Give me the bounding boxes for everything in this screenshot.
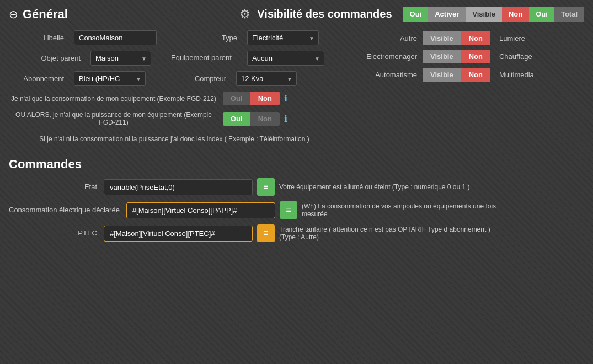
cmd-ptec-label: PTEC <box>9 228 97 238</box>
vis-btn-non1[interactable]: Non <box>502 7 529 22</box>
vis-btn-visible[interactable]: Visible <box>466 7 502 22</box>
equipement-parent-label: Equipement parent <box>165 53 237 63</box>
page-title: Général <box>23 7 68 22</box>
compteur-select[interactable]: 12 Kva 6 Kva 9 Kva <box>236 71 297 86</box>
puissance-label: OU ALORS, je n'ai que la puissance de mo… <box>9 111 218 126</box>
objet-parent-select-wrapper: Maison Bureau Autre <box>90 51 151 66</box>
vis-electro-visible-btn[interactable]: Visible <box>423 50 461 63</box>
vis-auto-non-btn[interactable]: Non <box>461 68 490 82</box>
settings-icon[interactable]: ⚙ <box>239 7 250 22</box>
libelle-label: Libelle <box>9 34 64 42</box>
vis-autre-buttons: Visible Non <box>423 31 490 45</box>
vis-row-autre: Autre Visible Non Lumière <box>351 31 584 45</box>
vis-btn-oui2[interactable]: Oui <box>529 7 554 22</box>
commandes-title: Commandes <box>9 157 584 172</box>
vis-auto-extra: Multimedia <box>499 71 534 79</box>
back-icon[interactable]: ⊖ <box>9 8 18 21</box>
abonnement-select-wrapper: Bleu (HP/HC Base Autre <box>74 71 146 86</box>
consommation-toggle: Oui Non <box>223 92 280 105</box>
visibility-top-buttons: Oui Activer Visible Non Oui Total <box>403 7 584 22</box>
cmd-etat-input[interactable] <box>104 179 253 195</box>
visibility-title: Visibilité des commandes <box>257 8 392 20</box>
objet-parent-select[interactable]: Maison Bureau Autre <box>90 51 151 66</box>
vis-btn-total[interactable]: Total <box>554 7 584 22</box>
cmd-row-ptec: PTEC ≡ Tranche tarifaire ( attention ce … <box>9 224 584 242</box>
vis-electro-label: Electromenager <box>351 52 417 61</box>
compteur-label: Compteur <box>171 74 226 83</box>
vis-electro-buttons: Visible Non <box>423 50 490 63</box>
vis-autre-label: Autre <box>351 34 417 42</box>
vis-auto-visible-btn[interactable]: Visible <box>423 68 461 82</box>
cmd-row-conso: Consommation électrique déclarée ≡ (Wh) … <box>9 201 584 219</box>
cmd-ptec-desc: Tranche tarifaire ( attention ce n est p… <box>279 226 500 241</box>
vis-row-electromenager: Electromenager Visible Non Chauffage <box>351 50 584 63</box>
abonnement-select[interactable]: Bleu (HP/HC Base Autre <box>74 71 146 86</box>
cmd-etat-icon-btn[interactable]: ≡ <box>257 178 275 196</box>
vis-btn-activer[interactable]: Activer <box>428 7 466 22</box>
abonnement-label: Abonnement <box>9 74 64 83</box>
vis-autre-visible-btn[interactable]: Visible <box>423 31 461 45</box>
vis-btn-oui1[interactable]: Oui <box>403 7 429 22</box>
puissance-non-btn[interactable]: Non <box>250 112 280 126</box>
vis-auto-buttons: Visible Non <box>423 68 490 82</box>
consommation-label: Je n'ai que la consommation de mon equip… <box>9 95 218 103</box>
index-note: Si je n'ai ni la consommation ni la puis… <box>9 134 334 144</box>
type-select-wrapper: Electricité Eau Gaz <box>247 30 319 45</box>
equipement-parent-select-wrapper: Aucun Autre <box>247 51 324 66</box>
cmd-ptec-icon-btn[interactable]: ≡ <box>257 224 275 242</box>
vis-auto-label: Automatisme <box>351 71 417 79</box>
cmd-conso-desc: (Wh) La consommation de vos ampoules ou … <box>302 202 522 218</box>
type-select[interactable]: Electricité Eau Gaz <box>247 30 319 45</box>
cmd-ptec-input[interactable] <box>104 226 253 242</box>
objet-parent-label: Objet parent <box>9 54 81 62</box>
cmd-conso-input[interactable] <box>126 202 275 218</box>
puissance-info-icon[interactable]: ℹ <box>284 114 287 124</box>
type-label: Type <box>182 34 237 42</box>
vis-electro-non-btn[interactable]: Non <box>461 50 490 63</box>
puissance-toggle: Oui Non <box>223 112 280 126</box>
vis-autre-non-btn[interactable]: Non <box>461 31 490 45</box>
equipement-parent-select[interactable]: Aucun Autre <box>247 51 324 66</box>
consommation-oui-btn[interactable]: Oui <box>223 92 250 105</box>
consommation-info-icon[interactable]: ℹ <box>284 93 287 104</box>
vis-autre-extra: Lumière <box>499 34 525 42</box>
cmd-row-etat: Etat ≡ Votre équipement est allumé ou ét… <box>9 178 584 196</box>
vis-row-automatisme: Automatisme Visible Non Multimedia <box>351 68 584 82</box>
cmd-conso-label: Consommation électrique déclarée <box>9 205 120 215</box>
vis-electro-extra: Chauffage <box>499 52 532 61</box>
cmd-etat-label: Etat <box>9 182 97 192</box>
cmd-etat-desc: Votre équipement est allumé ou éteint (T… <box>279 183 470 191</box>
consommation-non-btn[interactable]: Non <box>250 92 280 105</box>
puissance-oui-btn[interactable]: Oui <box>223 112 250 126</box>
compteur-select-wrapper: 12 Kva 6 Kva 9 Kva <box>236 71 297 86</box>
cmd-conso-icon-btn[interactable]: ≡ <box>280 201 297 219</box>
libelle-input[interactable] <box>74 30 157 45</box>
